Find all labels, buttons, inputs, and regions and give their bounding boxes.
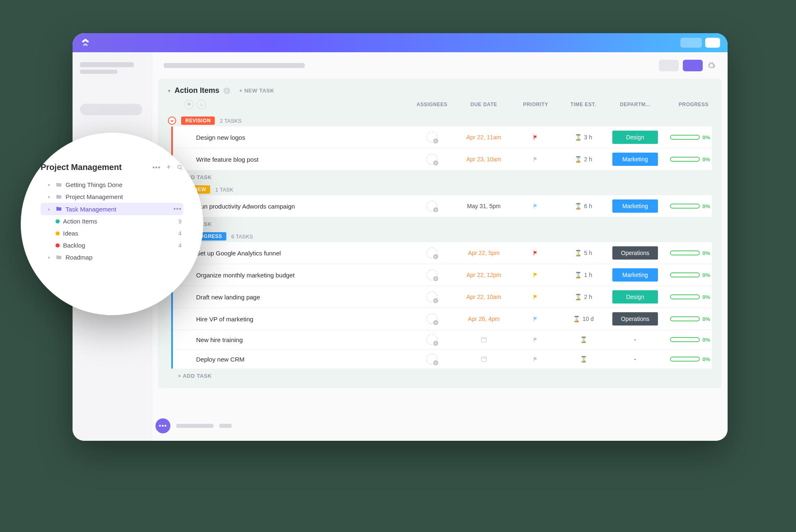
time-estimate[interactable]: ⌛3 h — [558, 134, 608, 141]
assignee-add-icon[interactable] — [427, 201, 437, 211]
progress-cell[interactable]: 0% — [662, 156, 712, 163]
due-date[interactable]: Apr 22, 10am — [455, 294, 513, 300]
due-date[interactable]: Apr 22, 5pm — [455, 250, 513, 256]
time-estimate[interactable]: ⌛ — [558, 336, 608, 343]
department-pill[interactable]: Design — [612, 290, 658, 304]
task-row[interactable]: Organize monthly marketing budget Apr 22… — [173, 264, 712, 286]
calendar-icon[interactable] — [455, 336, 513, 343]
task-row[interactable]: Run productivity Adwords campaign May 31… — [173, 195, 712, 217]
hourglass-icon: ⌛ — [575, 156, 582, 163]
collapse-caret-icon[interactable]: ▾ — [168, 88, 170, 94]
progress-cell[interactable]: 0% — [662, 316, 712, 322]
more-icon[interactable]: ••• — [173, 205, 182, 213]
calendar-icon[interactable] — [455, 355, 513, 363]
priority-flag-icon[interactable] — [513, 294, 558, 300]
group-toggle-icon[interactable] — [168, 117, 176, 125]
assignee-add-icon[interactable] — [427, 132, 437, 143]
hourglass-icon: ⌛ — [580, 356, 587, 362]
assignee-add-icon[interactable] — [427, 334, 437, 345]
gear-icon[interactable] — [707, 61, 716, 70]
tree-folder[interactable]: ▸Task Management••• — [41, 203, 183, 215]
task-group: REVIEW 1 TASK Run productivity Adwords c… — [168, 184, 712, 229]
progress-cell[interactable]: 0% — [662, 203, 712, 209]
assignee-column-icon[interactable]: ☺ — [197, 100, 206, 109]
search-pill[interactable] — [80, 104, 142, 115]
progress-cell[interactable]: 0% — [662, 250, 712, 256]
task-row[interactable]: Write feature blog post Apr 23, 10am ⌛2 … — [173, 148, 712, 170]
assignee-add-icon[interactable] — [427, 313, 437, 324]
due-date[interactable]: Apr 22, 12pm — [455, 272, 513, 278]
tree-folder[interactable]: ▸Getting Things Done — [41, 179, 183, 191]
add-task-button[interactable]: + ADD TASK — [168, 217, 712, 229]
assignee-add-icon[interactable] — [427, 154, 437, 165]
view-button[interactable] — [659, 60, 679, 71]
task-row[interactable]: Design new logos Apr 22, 11am ⌛3 h Desig… — [173, 126, 712, 148]
time-estimate[interactable]: ⌛1 h — [558, 272, 608, 278]
priority-flag-icon[interactable] — [513, 203, 558, 209]
tree-folder[interactable]: ▸Roadmap — [41, 251, 183, 263]
due-date[interactable]: Apr 26, 4pm — [455, 316, 513, 322]
priority-flag-icon[interactable] — [513, 356, 558, 362]
department-pill[interactable]: Marketing — [612, 199, 658, 213]
priority-flag-icon[interactable] — [513, 336, 558, 343]
department-pill[interactable]: Design — [612, 131, 658, 144]
task-row[interactable]: New hire training ⌛ - 0% — [173, 330, 712, 350]
task-row[interactable]: Hire VP of marketing Apr 26, 4pm ⌛10 d O… — [173, 308, 712, 330]
department-pill[interactable]: Marketing — [612, 153, 658, 166]
priority-flag-icon[interactable] — [513, 134, 558, 141]
task-count: 1 TASK — [215, 187, 233, 193]
time-estimate[interactable]: ⌛ — [558, 356, 608, 362]
assignee-add-icon[interactable] — [427, 354, 437, 364]
tree-leaf[interactable]: Backlog4 — [41, 239, 183, 251]
priority-flag-icon[interactable] — [513, 316, 558, 322]
add-task-button[interactable]: + ADD TASK — [168, 170, 712, 182]
status-pill[interactable]: REVISION — [181, 117, 215, 125]
flag-column-icon[interactable]: ⚑ — [184, 100, 194, 109]
progress-cell[interactable]: 0% — [662, 356, 712, 362]
search-icon[interactable] — [177, 164, 183, 171]
tree-folder[interactable]: ▸Project Management — [41, 191, 183, 203]
assignee-add-icon[interactable] — [427, 292, 437, 302]
plus-icon[interactable]: + — [166, 163, 171, 172]
tree-leaf[interactable]: Ideas4 — [41, 227, 183, 239]
view-button-active[interactable] — [683, 60, 703, 71]
time-estimate[interactable]: ⌛10 d — [558, 316, 608, 322]
priority-flag-icon[interactable] — [513, 272, 558, 278]
due-date[interactable]: Apr 22, 11am — [455, 134, 513, 141]
task-row[interactable]: Set up Google Analytics funnel Apr 22, 5… — [173, 242, 712, 264]
due-date[interactable]: May 31, 5pm — [455, 203, 513, 209]
titlebar-button[interactable] — [705, 38, 720, 48]
assignee-add-icon[interactable] — [427, 270, 437, 280]
department-pill[interactable]: Operations — [612, 312, 658, 326]
progress-cell[interactable]: 0% — [662, 272, 712, 278]
time-estimate[interactable]: ⌛2 h — [558, 156, 608, 163]
hourglass-icon: ⌛ — [575, 294, 582, 300]
new-task-button[interactable]: + NEW TASK — [239, 87, 274, 94]
more-icon[interactable]: ••• — [153, 164, 161, 171]
department-pill[interactable]: Operations — [612, 246, 658, 260]
skeleton-line — [80, 62, 134, 67]
add-task-button[interactable]: + ADD TASK — [168, 369, 712, 381]
priority-flag-icon[interactable] — [513, 156, 558, 163]
time-estimate[interactable]: ⌛6 h — [558, 203, 608, 209]
assignee-add-icon[interactable] — [427, 248, 437, 258]
info-icon[interactable]: i — [223, 87, 230, 94]
due-date[interactable]: Apr 23, 10am — [455, 156, 513, 163]
chevron-right-icon: ▸ — [48, 206, 52, 212]
sidebar-zoom: Project Management ••• + ▸Getting Things… — [21, 133, 203, 315]
task-row[interactable]: Draft new landing page Apr 22, 10am ⌛2 h… — [173, 286, 712, 308]
time-estimate[interactable]: ⌛5 h — [558, 250, 608, 256]
department-pill[interactable]: Marketing — [612, 268, 658, 282]
chat-icon[interactable]: ••• — [155, 418, 170, 433]
titlebar-toggle[interactable] — [680, 38, 702, 48]
department-empty[interactable]: - — [608, 355, 662, 363]
time-estimate[interactable]: ⌛2 h — [558, 294, 608, 300]
department-empty[interactable]: - — [608, 336, 662, 343]
task-name: Hire VP of marketing — [194, 316, 409, 323]
tree-leaf[interactable]: Action Items9 — [41, 215, 183, 227]
priority-flag-icon[interactable] — [513, 250, 558, 256]
progress-cell[interactable]: 0% — [662, 134, 712, 141]
progress-cell[interactable]: 0% — [662, 337, 712, 343]
task-row[interactable]: Deploy new CRM ⌛ - 0% — [173, 350, 712, 369]
progress-cell[interactable]: 0% — [662, 294, 712, 300]
